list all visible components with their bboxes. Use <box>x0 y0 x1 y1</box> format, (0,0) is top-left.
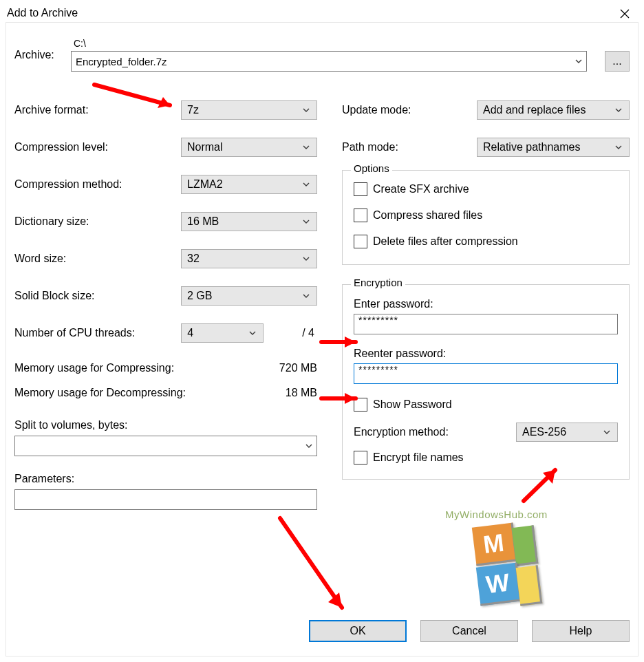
compression-method-value: LZMA2 <box>187 178 303 191</box>
split-volumes-label: Split to volumes, bytes: <box>14 419 128 431</box>
logo-tile-m: M <box>472 523 517 566</box>
help-button[interactable]: Help <box>532 620 630 642</box>
cancel-button[interactable]: Cancel <box>420 620 518 642</box>
archive-format-label: Archive format: <box>14 104 181 116</box>
split-volumes-field[interactable] <box>15 437 301 455</box>
encryption-method-label: Encryption method: <box>354 426 449 438</box>
encryption-method-select[interactable]: AES-256 <box>516 423 618 442</box>
reenter-password-value: ********* <box>358 364 398 375</box>
split-volumes-dropdown[interactable] <box>301 436 316 456</box>
update-mode-label: Update mode: <box>342 104 477 116</box>
chevron-down-icon <box>615 145 622 150</box>
memory-decompress-label: Memory usage for Decompressing: <box>14 387 186 399</box>
archive-format-value: 7z <box>187 104 303 116</box>
word-size-select[interactable]: 32 <box>181 249 317 268</box>
cancel-button-label: Cancel <box>452 625 486 637</box>
archive-label: Archive: <box>14 49 71 61</box>
encryption-group: Encryption Enter password: ********* Ree… <box>342 284 630 480</box>
show-password-label: Show Password <box>373 398 452 411</box>
watermark-logo: MyWindowsHub.com M W <box>445 509 535 612</box>
encryption-method-value: AES-256 <box>522 426 603 438</box>
word-size-value: 32 <box>187 253 303 265</box>
logo-tile-green <box>512 525 539 566</box>
delete-after-checkbox[interactable] <box>354 235 367 248</box>
archive-format-select[interactable]: 7z <box>181 100 317 120</box>
enter-password-label: Enter password: <box>354 298 433 310</box>
chevron-down-icon <box>303 256 310 261</box>
svg-line-10 <box>280 518 342 608</box>
compression-level-select[interactable]: Normal <box>181 138 317 157</box>
archive-name-field[interactable] <box>72 52 571 70</box>
memory-decompress-value: 18 MB <box>286 387 317 399</box>
path-mode-label: Path mode: <box>342 141 477 153</box>
dictionary-size-label: Dictionary size: <box>14 215 181 228</box>
compression-level-label: Compression level: <box>14 141 181 153</box>
options-legend: Options <box>351 162 392 174</box>
ok-button[interactable]: OK <box>309 620 407 642</box>
watermark-text: MyWindowsHub.com <box>445 509 535 520</box>
path-mode-value: Relative pathnames <box>483 141 615 153</box>
solid-block-label: Solid Block size: <box>14 290 181 302</box>
update-mode-select[interactable]: Add and replace files <box>477 100 630 120</box>
help-button-label: Help <box>570 625 592 637</box>
show-password-checkbox[interactable] <box>354 398 367 412</box>
chevron-down-icon <box>575 58 582 64</box>
options-group: Options Create SFX archive Compress shar… <box>342 170 630 265</box>
enter-password-value: ********* <box>358 314 398 325</box>
encryption-legend: Encryption <box>351 277 405 288</box>
create-sfx-checkbox[interactable] <box>354 182 367 196</box>
cpu-threads-value: 4 <box>187 327 249 339</box>
close-icon <box>620 9 630 19</box>
close-button[interactable] <box>616 6 633 22</box>
parameters-field[interactable] <box>15 491 316 509</box>
dictionary-size-value: 16 MB <box>187 215 303 228</box>
reenter-password-label: Reenter password: <box>354 348 446 360</box>
chevron-down-icon <box>305 443 312 449</box>
parameters-input[interactable] <box>14 489 317 510</box>
compression-level-value: Normal <box>187 141 303 153</box>
path-mode-select[interactable]: Relative pathnames <box>477 138 630 157</box>
dictionary-size-select[interactable]: 16 MB <box>181 212 317 231</box>
archive-path: C:\ <box>71 38 630 49</box>
cpu-threads-label: Number of CPU threads: <box>14 327 181 339</box>
svg-marker-11 <box>328 592 342 608</box>
chevron-down-icon <box>303 107 310 113</box>
encrypt-filenames-label: Encrypt file names <box>373 451 464 464</box>
browse-button[interactable]: ... <box>605 51 630 72</box>
split-volumes-input[interactable] <box>14 436 317 456</box>
cpu-threads-select[interactable]: 4 <box>181 323 264 343</box>
solid-block-value: 2 GB <box>187 290 303 302</box>
memory-compress-label: Memory usage for Compressing: <box>14 362 174 374</box>
annotation-arrow-icon <box>273 518 363 631</box>
chevron-down-icon <box>303 145 310 150</box>
solid-block-select[interactable]: 2 GB <box>181 286 317 306</box>
compression-method-label: Compression method: <box>14 178 181 191</box>
logo-tile-yellow <box>516 565 543 606</box>
ok-button-label: OK <box>350 625 365 637</box>
chevron-down-icon <box>603 429 610 435</box>
delete-after-label: Delete files after compression <box>373 235 518 248</box>
chevron-down-icon <box>615 107 622 113</box>
chevron-down-icon <box>303 293 310 299</box>
chevron-down-icon <box>249 330 256 336</box>
reenter-password-input[interactable]: ********* <box>354 363 618 384</box>
enter-password-input[interactable]: ********* <box>354 314 618 334</box>
word-size-label: Word size: <box>14 253 181 265</box>
update-mode-value: Add and replace files <box>483 104 615 116</box>
logo-tile-w: W <box>476 563 522 606</box>
chevron-down-icon <box>303 219 310 224</box>
create-sfx-label: Create SFX archive <box>373 183 469 195</box>
archive-name-dropdown[interactable] <box>571 52 586 71</box>
chevron-down-icon <box>303 182 310 187</box>
compress-shared-label: Compress shared files <box>373 209 482 222</box>
cpu-threads-total: / 4 <box>302 327 317 339</box>
memory-compress-value: 720 MB <box>279 362 317 374</box>
parameters-label: Parameters: <box>14 473 74 485</box>
encrypt-filenames-checkbox[interactable] <box>354 451 367 465</box>
archive-name-input[interactable] <box>71 51 587 72</box>
window-title: Add to Archive <box>7 4 78 19</box>
compress-shared-checkbox[interactable] <box>354 209 367 222</box>
compression-method-select[interactable]: LZMA2 <box>181 175 317 194</box>
